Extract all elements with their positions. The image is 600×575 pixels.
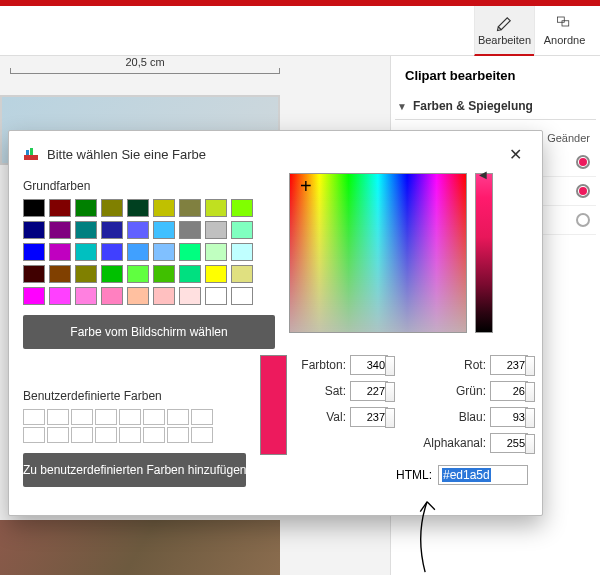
svg-rect-3 — [26, 150, 29, 155]
basic-color-swatch[interactable] — [23, 287, 45, 305]
red-input[interactable]: 237 — [490, 355, 528, 375]
edit-tool-button[interactable]: Bearbeiten — [474, 6, 534, 56]
changed-radio[interactable] — [576, 155, 590, 169]
basic-color-swatch[interactable] — [231, 265, 253, 283]
html-color-input[interactable]: #ed1a5d — [438, 465, 528, 485]
basic-color-swatch[interactable] — [23, 243, 45, 261]
basic-color-swatch[interactable] — [75, 221, 97, 239]
current-color-preview — [260, 355, 287, 455]
custom-color-slot[interactable] — [191, 427, 213, 443]
custom-color-slot[interactable] — [71, 409, 93, 425]
val-input[interactable]: 237 — [350, 407, 388, 427]
custom-color-slot[interactable] — [143, 409, 165, 425]
sat-input[interactable]: 227 — [350, 381, 388, 401]
edit-icon — [495, 14, 515, 32]
custom-colors-label: Benutzerdefinierte Farben — [23, 389, 246, 403]
basic-color-swatch[interactable] — [179, 287, 201, 305]
basic-color-swatch[interactable] — [205, 199, 227, 217]
green-label: Grün: — [456, 384, 486, 398]
basic-color-swatch[interactable] — [205, 287, 227, 305]
basic-color-swatch[interactable] — [179, 221, 201, 239]
basic-color-swatch[interactable] — [49, 199, 71, 217]
custom-color-slot[interactable] — [167, 427, 189, 443]
red-label: Rot: — [464, 358, 486, 372]
basic-color-swatch[interactable] — [179, 199, 201, 217]
color-value-inputs: Farbton:340 Sat:227 Val:237 Rot:237 Grün… — [301, 355, 528, 487]
basic-color-swatch[interactable] — [101, 199, 123, 217]
basic-color-swatch[interactable] — [101, 287, 123, 305]
add-custom-color-button[interactable]: Zu benutzerdefinierten Farben hinzufügen — [23, 453, 246, 487]
ruler-label: 20,5 cm — [10, 56, 280, 68]
basic-colors-grid — [23, 199, 275, 305]
arrange-tool-button[interactable]: Anordne — [534, 6, 594, 56]
basic-color-swatch[interactable] — [23, 199, 45, 217]
basic-color-swatch[interactable] — [49, 287, 71, 305]
custom-color-slot[interactable] — [191, 409, 213, 425]
basic-color-swatch[interactable] — [231, 199, 253, 217]
basic-color-swatch[interactable] — [127, 221, 149, 239]
basic-color-swatch[interactable] — [179, 243, 201, 261]
changed-radio[interactable] — [576, 184, 590, 198]
basic-color-swatch[interactable] — [153, 199, 175, 217]
annotation-arrow-icon — [405, 496, 455, 574]
custom-color-slot[interactable] — [71, 427, 93, 443]
hue-input[interactable]: 340 — [350, 355, 388, 375]
basic-color-swatch[interactable] — [205, 265, 227, 283]
hue-label: Farbton: — [301, 358, 346, 372]
basic-color-swatch[interactable] — [127, 265, 149, 283]
basic-color-swatch[interactable] — [101, 221, 123, 239]
custom-color-slot[interactable] — [167, 409, 189, 425]
main-toolbar: Bearbeiten Anordne — [0, 6, 600, 56]
hue-arrow-icon: ◀ — [479, 169, 487, 180]
custom-color-slot[interactable] — [119, 409, 141, 425]
basic-color-swatch[interactable] — [231, 221, 253, 239]
alpha-input[interactable]: 255 — [490, 433, 528, 453]
dialog-title: Bitte wählen Sie eine Farbe — [47, 147, 206, 162]
custom-color-slot[interactable] — [47, 427, 69, 443]
basic-color-swatch[interactable] — [101, 265, 123, 283]
basic-color-swatch[interactable] — [153, 221, 175, 239]
custom-color-slot[interactable] — [119, 427, 141, 443]
basic-color-swatch[interactable] — [75, 243, 97, 261]
custom-color-slot[interactable] — [143, 427, 165, 443]
close-icon: ✕ — [509, 145, 522, 164]
basic-color-swatch[interactable] — [153, 243, 175, 261]
basic-color-swatch[interactable] — [127, 287, 149, 305]
green-input[interactable]: 26 — [490, 381, 528, 401]
basic-color-swatch[interactable] — [75, 265, 97, 283]
basic-color-swatch[interactable] — [75, 199, 97, 217]
sat-label: Sat: — [325, 384, 346, 398]
custom-color-slot[interactable] — [23, 409, 45, 425]
basic-color-swatch[interactable] — [179, 265, 201, 283]
custom-color-slot[interactable] — [95, 409, 117, 425]
blue-input[interactable]: 93 — [490, 407, 528, 427]
basic-color-swatch[interactable] — [231, 287, 253, 305]
basic-color-swatch[interactable] — [127, 199, 149, 217]
custom-color-slot[interactable] — [47, 409, 69, 425]
basic-color-swatch[interactable] — [231, 243, 253, 261]
basic-color-swatch[interactable] — [49, 221, 71, 239]
custom-color-slot[interactable] — [95, 427, 117, 443]
basic-color-swatch[interactable] — [205, 243, 227, 261]
basic-color-swatch[interactable] — [23, 265, 45, 283]
pick-screen-color-button[interactable]: Farbe vom Bildschirm wählen — [23, 315, 275, 349]
basic-color-swatch[interactable] — [49, 243, 71, 261]
svg-rect-4 — [30, 148, 33, 155]
basic-color-swatch[interactable] — [153, 265, 175, 283]
svg-rect-2 — [24, 155, 38, 160]
close-button[interactable]: ✕ — [502, 141, 528, 167]
arrange-icon — [555, 14, 575, 32]
basic-color-swatch[interactable] — [23, 221, 45, 239]
basic-color-swatch[interactable] — [127, 243, 149, 261]
color-field[interactable]: + — [289, 173, 467, 333]
svg-rect-1 — [562, 21, 569, 26]
hue-slider[interactable] — [475, 173, 493, 333]
accordion-colors[interactable]: ▼ Farben & Spiegelung — [395, 93, 596, 120]
custom-color-slot[interactable] — [23, 427, 45, 443]
basic-color-swatch[interactable] — [205, 221, 227, 239]
changed-radio[interactable] — [576, 213, 590, 227]
basic-color-swatch[interactable] — [49, 265, 71, 283]
basic-color-swatch[interactable] — [101, 243, 123, 261]
basic-color-swatch[interactable] — [153, 287, 175, 305]
basic-color-swatch[interactable] — [75, 287, 97, 305]
